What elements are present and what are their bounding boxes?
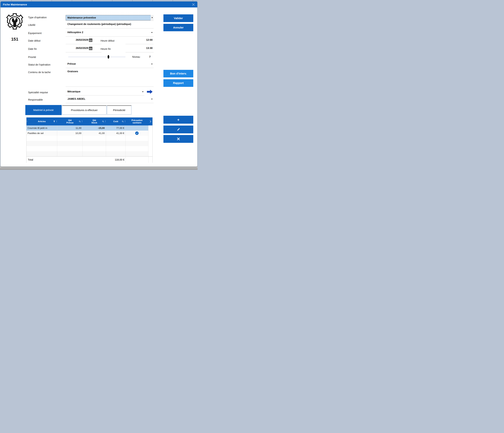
date-fin-underline: [66, 52, 102, 52]
cell-cout: 41,00 €: [106, 131, 126, 136]
column-resize-handle[interactable]: [125, 121, 125, 122]
contenu-value: Graisses: [67, 70, 78, 73]
contenu-textarea[interactable]: Graisses: [67, 70, 152, 86]
date-debut-underline: [66, 44, 102, 44]
tab-procedures-a-effectuer[interactable]: Procédures à effectuer: [62, 105, 107, 115]
equipement-underline: [66, 37, 153, 37]
cell-qte-stock: 41,00: [83, 131, 106, 136]
column-header-qte-prevue[interactable]: Qté Prévue: [57, 118, 83, 125]
type-operation-value: Maintenance préventive: [67, 16, 96, 19]
statut-combobox[interactable]: Prévue: [67, 62, 76, 65]
tab-materiel-a-prevoir[interactable]: Matériel à prévoir: [25, 105, 62, 115]
priority-slider-thumb[interactable]: [108, 55, 109, 59]
responsable-chevron-down-icon[interactable]: [151, 99, 153, 100]
record-id: 151: [6, 37, 24, 42]
cell-qte-stock: -15,00: [83, 125, 106, 131]
responsable-underline: [66, 103, 153, 103]
chevron-right-icon[interactable]: [150, 118, 151, 125]
bon-interv-label: Bon d'interv.: [170, 72, 187, 75]
table-row-empty[interactable]: [27, 136, 153, 141]
annuler-label: Annuler: [173, 26, 184, 29]
contenu-label: Contenu de la tache: [28, 71, 51, 74]
type-operation-combobox[interactable]: Maintenance préventive: [66, 15, 153, 20]
table-footer: Total 118,00 €: [27, 157, 153, 163]
tab-label: Périodicité: [113, 109, 125, 112]
heure-debut-underline: [126, 44, 153, 44]
search-icon[interactable]: [102, 120, 104, 122]
maintenance-gear-icon: [6, 13, 24, 30]
column-label: Qté Stock: [91, 119, 97, 124]
bon-interv-button[interactable]: Bon d'interv.: [163, 70, 193, 77]
date-fin-label: Date fin: [28, 47, 37, 50]
heure-fin-underline: [126, 52, 153, 52]
tab-periodicite[interactable]: Périodicité: [107, 105, 131, 115]
column-header-cout[interactable]: Coût: [106, 118, 126, 125]
libelle-field[interactable]: Changement de roulements (périodique) (p…: [67, 23, 152, 26]
column-resize-handle[interactable]: [27, 121, 27, 122]
heure-debut-field[interactable]: 12:00: [132, 38, 153, 41]
specialite-underline: [66, 95, 144, 96]
type-operation-dropdown-button[interactable]: [151, 15, 153, 20]
libelle-label: Libellé: [28, 24, 36, 27]
table-row-empty[interactable]: [27, 151, 153, 157]
valider-button[interactable]: Valider: [163, 14, 193, 22]
fiche-maintenance-dialog: Fiche Maintenance 151 Type d'opér: [0, 1, 198, 167]
priority-slider-track[interactable]: [68, 56, 126, 57]
niveau-label: Niveau: [132, 55, 140, 58]
x-icon: [177, 138, 180, 140]
date-fin-value: 26/02/2029: [76, 47, 88, 49]
date-fin-field[interactable]: 26/02/2029: [66, 47, 88, 50]
dialog-title: Fiche Maintenance: [0, 3, 27, 6]
table-row[interactable]: Courroie t8 petit m 11,00 -15,00 77,00 €: [27, 125, 153, 131]
statut-underline: [66, 68, 153, 68]
close-icon[interactable]: [191, 2, 196, 7]
column-resize-handle[interactable]: [105, 121, 106, 122]
table-row[interactable]: Pastilles de sel 10,00 41,00 41,00 €: [27, 131, 153, 136]
statut-chevron-down-icon[interactable]: [151, 64, 153, 64]
table-row-empty[interactable]: [27, 141, 153, 146]
filter-funnel-icon[interactable]: [53, 121, 55, 122]
column-header-articles[interactable]: Articles: [27, 118, 57, 125]
priorite-label: Priorité: [28, 56, 36, 59]
equipement-combobox[interactable]: Hélicoptère 2: [67, 31, 83, 34]
assign-arrow-icon[interactable]: [147, 89, 153, 94]
table-row-empty[interactable]: [27, 146, 153, 151]
column-label: Qté Prévue: [66, 119, 73, 124]
statut-label: Statut de l'opération: [28, 63, 50, 66]
tab-label: Matériel à prévoir: [33, 109, 54, 111]
rapport-button[interactable]: Rapport: [163, 79, 193, 87]
heure-fin-value: 13:30: [146, 47, 153, 49]
cell-article: Courroie t8 petit m: [27, 125, 57, 131]
header-gutter: [148, 118, 153, 125]
heure-fin-field[interactable]: 13:30: [132, 47, 153, 50]
responsable-combobox[interactable]: JAMES ABDEL: [67, 97, 85, 100]
libelle-value: Changement de roulements (périodique) (p…: [67, 23, 131, 26]
footer-spacer: [126, 157, 148, 163]
delete-row-button[interactable]: [163, 135, 193, 143]
materials-table: Articles Qté Prévue Qté Stock: [26, 117, 153, 163]
sanitary-checkbox-checked-icon[interactable]: [135, 131, 139, 135]
specialite-chevron-down-icon[interactable]: [142, 91, 144, 92]
background-strip-bottom: [0, 166, 198, 170]
date-debut-field[interactable]: 26/02/2029: [66, 38, 88, 41]
rapport-label: Rapport: [173, 82, 184, 85]
search-icon[interactable]: [122, 120, 124, 122]
add-row-button[interactable]: +: [163, 116, 193, 124]
statut-value: Prévue: [67, 62, 76, 65]
edit-row-button[interactable]: [163, 126, 193, 133]
search-icon[interactable]: [79, 120, 81, 122]
footer-gutter: [148, 157, 153, 163]
annuler-button[interactable]: Annuler: [163, 24, 193, 31]
column-resize-handle[interactable]: [56, 121, 57, 122]
column-header-qte-stock[interactable]: Qté Stock: [83, 118, 106, 125]
row-gutter: [148, 131, 153, 136]
date-debut-value: 26/02/2029: [76, 38, 88, 41]
calendar-icon[interactable]: [89, 47, 92, 50]
column-resize-handle[interactable]: [82, 121, 82, 122]
specialite-combobox[interactable]: Mécanique: [67, 90, 80, 93]
type-operation-label: Type d'opération: [28, 16, 47, 19]
calendar-icon[interactable]: [89, 38, 92, 42]
equipement-chevron-down-icon[interactable]: [151, 32, 153, 33]
column-header-precaution-sanitaire[interactable]: Précaution sanitaire: [126, 118, 148, 125]
niveau-value: 7: [149, 55, 151, 58]
